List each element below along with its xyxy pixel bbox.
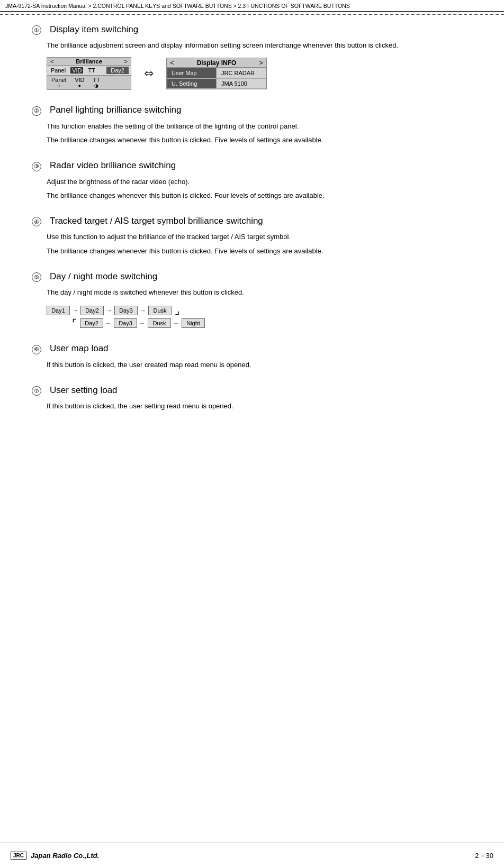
brilliance-box-row3: Panel VID TT	[47, 76, 131, 89]
section-1-body: The brilliance adjustment screen and dis…	[47, 40, 472, 90]
section-7-body: If this button is clicked, the user sett…	[47, 401, 472, 412]
brill-dot1: Panel	[49, 77, 68, 88]
section-2-num: ②	[32, 106, 41, 116]
brill-selected: Day2	[106, 67, 129, 74]
section-2: ② Panel lighting brilliance switching Th…	[32, 105, 472, 145]
company-name: Japan Radio Co.,Ltd.	[31, 852, 99, 860]
dn-btn-day3-top: Day3	[114, 306, 138, 315]
dn-btn-dusk-top: Dusk	[148, 306, 172, 315]
section-4-para-2: The brilliance changes whenever this but…	[47, 246, 472, 257]
jrc-label: JRC	[11, 852, 26, 860]
section-5: ⑤ Day / night mode switching The day / n…	[32, 271, 472, 329]
display-left-arrow: <	[170, 59, 174, 67]
dn-corner-right-icon: ⌟	[175, 305, 179, 316]
section-1-title: Display item switching	[50, 24, 138, 35]
dn-row1: Day1 → Day2 → Day3 → Dusk ⌟	[47, 305, 472, 316]
section-4-num: ④	[32, 217, 41, 226]
section-6-title: User map load	[50, 343, 109, 354]
brilliance-box: < Brilliance > Panel VID TT Day2 Panel V…	[47, 57, 131, 90]
display-right-arrow: >	[259, 59, 263, 67]
section-6-para-1: If this button is clicked, the user crea…	[47, 360, 472, 370]
footer-logo: JRC Japan Radio Co.,Ltd.	[11, 852, 99, 860]
section-2-para-1: This function enables the setting of the…	[47, 121, 472, 132]
section-3: ③ Radar video brilliance switching Adjus…	[32, 160, 472, 201]
section-5-num: ⑤	[32, 272, 41, 282]
dn-row2: ⌜ Day2 ← Day3 ← Dusk ← Night	[72, 318, 472, 328]
dn-btn-dusk-bot: Dusk	[148, 318, 171, 328]
dn-arrow-4: ←	[105, 319, 112, 327]
section-3-heading: ③ Radar video brilliance switching	[32, 160, 472, 171]
section-3-title: Radar video brilliance switching	[50, 160, 176, 171]
section-5-heading: ⑤ Day / night mode switching	[32, 271, 472, 282]
dn-btn-day2-bot: Day2	[80, 318, 103, 328]
daynight-diagram: Day1 → Day2 → Day3 → Dusk ⌟ ⌜ Day2 ← Day…	[47, 305, 472, 328]
display-cell-jma9100: JMA 9100	[217, 78, 266, 89]
brilliance-box-header: < Brilliance >	[47, 58, 131, 66]
section-7-heading: ⑦ User setting load	[32, 385, 472, 396]
dn-corner-left-icon: ⌜	[72, 318, 77, 328]
section-1-heading: ① Display item switching	[32, 24, 472, 35]
section-7: ⑦ User setting load If this button is cl…	[32, 385, 472, 412]
section-4-title: Tracked target / AIS target symbol brill…	[50, 216, 263, 226]
section-3-para-2: The brilliance changes whenever this but…	[47, 190, 472, 201]
section-4: ④ Tracked target / AIS target symbol bri…	[32, 216, 472, 257]
brill-panel: Panel	[49, 67, 67, 74]
section-5-body: The day / night mode is switched wheneve…	[47, 287, 472, 328]
section-7-para-1: If this button is clicked, the user sett…	[47, 401, 472, 412]
dn-arrow-5: ←	[139, 319, 146, 327]
display-grid: User Map JRC RADAR U. Setting JMA 9100	[167, 68, 266, 89]
section-4-body: Use this function to adjust the brillian…	[47, 232, 472, 256]
section-7-num: ⑦	[32, 386, 41, 396]
section-2-heading: ② Panel lighting brilliance switching	[32, 105, 472, 116]
footer: JRC Japan Radio Co.,Ltd. 2－30	[0, 843, 504, 868]
brill-dot2: VID	[73, 77, 86, 88]
dn-arrow-1: →	[72, 307, 78, 314]
section-3-body: Adjust the brightness of the radar video…	[47, 177, 472, 201]
dn-arrow-2: →	[106, 307, 112, 314]
section-3-para-1: Adjust the brightness of the radar video…	[47, 177, 472, 187]
display-title: Display INFO	[174, 59, 259, 67]
section-5-para-1: The day / night mode is switched wheneve…	[47, 287, 472, 298]
section-1: ① Display item switching The brilliance …	[32, 24, 472, 90]
section-7-title: User setting load	[50, 385, 118, 396]
dn-btn-day3-bot: Day3	[114, 318, 137, 328]
section-6-num: ⑥	[32, 345, 41, 354]
section-2-title: Panel lighting brilliance switching	[50, 105, 182, 115]
brill-right-arrow: >	[124, 58, 128, 65]
display-cell-jrcradar: JRC RADAR	[217, 68, 266, 78]
section-6-body: If this button is clicked, the user crea…	[47, 360, 472, 370]
display-box-header: < Display INFO >	[167, 58, 266, 68]
section-4-para-1: Use this function to adjust the brillian…	[47, 232, 472, 242]
section-3-num: ③	[32, 162, 41, 171]
section-5-title: Day / night mode switching	[50, 271, 157, 282]
section-6: ⑥ User map load If this button is clicke…	[32, 343, 472, 370]
brill-vid: VID	[70, 67, 83, 74]
dn-arrow-6: ←	[173, 319, 179, 327]
breadcrumb: JMA-9172-SA Instruction Manual > 2.CONTR…	[0, 0, 504, 12]
display-cell-usrmap: User Map	[167, 68, 217, 78]
brill-dot3: TT	[91, 77, 102, 88]
section-1-para-1: The brilliance adjustment screen and dis…	[47, 40, 472, 51]
brilliance-demo: < Brilliance > Panel VID TT Day2 Panel V…	[47, 57, 472, 90]
brill-title: Brilliance	[53, 58, 124, 65]
display-cell-usetting: U. Setting	[167, 78, 217, 89]
dn-btn-day1: Day1	[47, 306, 70, 315]
display-info-box: < Display INFO > User Map JRC RADAR U. S…	[166, 58, 267, 89]
brilliance-box-row2: Panel VID TT Day2	[47, 66, 131, 76]
section-4-heading: ④ Tracked target / AIS target symbol bri…	[32, 216, 472, 227]
page-number: 2－30	[475, 851, 493, 861]
section-2-para-2: The brilliance changes whenever this but…	[47, 135, 472, 145]
section-2-body: This function enables the setting of the…	[47, 121, 472, 145]
brill-tt: TT	[86, 67, 96, 74]
section-1-num: ①	[32, 25, 41, 35]
exchange-arrow-icon: ⇔	[144, 67, 154, 80]
dn-btn-day2-top: Day2	[80, 306, 104, 315]
dn-btn-night: Night	[182, 318, 205, 328]
section-6-heading: ⑥ User map load	[32, 343, 472, 354]
dn-arrow-3: →	[140, 307, 146, 314]
